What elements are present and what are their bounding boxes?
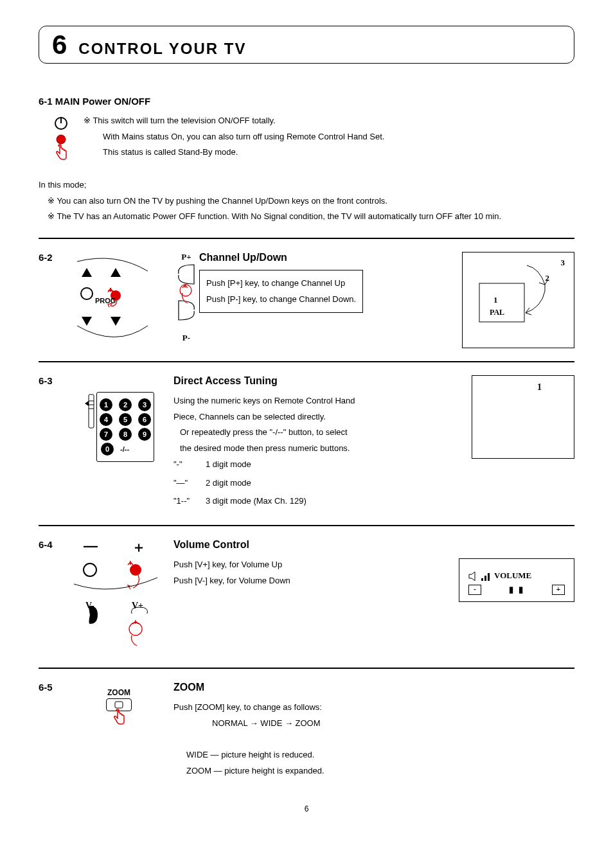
hand-pointer-icon — [53, 144, 69, 162]
svg-rect-8 — [89, 394, 94, 428]
divider — [39, 668, 574, 669]
body-line: ※ The TV has an Automatic Power OFF func… — [39, 209, 574, 225]
mode-desc: 1 digit mode — [206, 457, 251, 473]
svg-rect-22 — [115, 702, 123, 708]
section-number: 6-5 — [39, 682, 64, 693]
mode-key: "1--" — [173, 493, 206, 509]
keypad-key: 0 — [101, 443, 114, 456]
svg-point-3 — [81, 288, 93, 299]
remote-side-icon — [84, 392, 95, 430]
power-icon — [53, 116, 69, 131]
body-line: Piece, Channels can be selected directly… — [173, 409, 465, 425]
keypad-key: 3 — [138, 398, 151, 411]
keypad-key: 4 — [100, 413, 112, 426]
volume-minus-box: - — [468, 585, 481, 595]
svg-point-2 — [57, 135, 66, 144]
chapter-number: 6 — [52, 31, 67, 58]
mode-key: "-" — [173, 457, 206, 473]
mode-desc: 2 digit mode — [206, 475, 251, 492]
volume-bar: ▮ ▮ — [509, 585, 524, 595]
divider — [39, 525, 574, 526]
chapter-title: CONTROL YOUR TV — [78, 40, 246, 58]
svg-point-18 — [129, 623, 142, 635]
volume-panel-diagram: — ＋ V- V+ — [67, 539, 170, 655]
body-line: Push [P+] key, to change Channel Up — [206, 276, 356, 292]
section-number: 6-2 — [39, 252, 64, 263]
keypad-key: 9 — [138, 428, 151, 441]
direct-channel-osd-diagram: 1 — [472, 375, 574, 459]
keypad-key: 1 — [100, 398, 112, 411]
keypad-dash-label: -/-- — [120, 445, 129, 453]
body-line: Push [ZOOM] key, to change as follows: — [173, 700, 568, 716]
svg-point-14 — [84, 563, 96, 576]
body-line: This status is called Stand-By mode. — [84, 145, 574, 161]
osd-channel-number: 1 — [479, 382, 567, 393]
body-line: ※ You can also turn ON the TV by pushing… — [39, 193, 574, 209]
svg-rect-7 — [479, 283, 524, 322]
channel-osd-diagram: 3 2 1 PAL — [462, 252, 574, 348]
section-heading: MAIN Power ON/OFF — [55, 96, 150, 107]
svg-text:—: — — [84, 539, 98, 554]
body-line: ※ This switch will turn the television O… — [84, 113, 574, 129]
divider — [39, 361, 574, 362]
svg-text:PROG: PROG — [95, 297, 116, 305]
zoom-sequence: NORMAL → WIDE → ZOOM — [173, 716, 568, 732]
section-heading: Channel Up/Down — [199, 252, 456, 263]
keypad-key: 8 — [119, 428, 132, 441]
volume-osd-diagram: VOLUME - ▮ ▮ + — [459, 558, 574, 602]
body-line: With Mains status On, you can also turn … — [84, 129, 574, 145]
keypad-diagram: 1 2 3 4 5 6 7 8 9 0 -/-- — [96, 392, 154, 462]
section-number: 6-3 — [39, 375, 64, 386]
p-minus-label: P- — [182, 333, 190, 343]
body-line: Using the numeric keys on Remote Control… — [173, 393, 465, 409]
section-6-1: 6-1 MAIN Power ON/OFF ※ This switch will… — [39, 96, 574, 225]
remote-p-plus-icon — [175, 262, 198, 333]
chapter-header-box: 6 CONTROL YOUR TV — [39, 26, 574, 64]
body-line: WIDE — picture height is reduced. — [173, 747, 568, 763]
body-line: In this mode; — [39, 177, 574, 193]
section-number: 6-1 — [39, 96, 53, 107]
section-6-2: 6-2 PROG P+ — [39, 252, 574, 348]
body-line: Or repeatedly press the "-/--" button, t… — [173, 425, 465, 441]
hand-pointer-icon — [111, 709, 127, 727]
section-number: 6-4 — [39, 539, 64, 550]
speaker-icon — [468, 572, 480, 581]
body-line: Push [V-] key, for Volume Down — [173, 573, 452, 589]
body-line: the desired mode then press numeric butt… — [173, 441, 465, 457]
zoom-button-label: ZOOM — [107, 688, 130, 697]
svg-rect-20 — [484, 576, 486, 581]
p-plus-label: P+ — [181, 252, 191, 262]
body-line: ZOOM — picture height is expanded. — [173, 763, 568, 779]
svg-text:＋: ＋ — [132, 539, 146, 555]
body-line: Push [P-] key, to change Channel Down. — [206, 292, 356, 308]
section-6-4: 6-4 — ＋ V- V+ Volume Control Push [V+] — [39, 539, 574, 655]
keypad-key: 6 — [138, 413, 151, 426]
svg-point-15 — [130, 564, 141, 576]
section-heading: Volume Control — [173, 539, 452, 551]
mode-desc: 3 digit mode (Max Ch. 129) — [206, 493, 306, 509]
section-heading: Direct Access Tuning — [173, 375, 465, 387]
section-6-5: 6-5 ZOOM ZOOM Push [ZOOM] key, to change… — [39, 682, 574, 779]
section-6-3: 6-3 1 2 3 4 5 6 7 8 9 — [39, 375, 574, 512]
divider — [39, 238, 574, 239]
svg-rect-19 — [481, 578, 483, 581]
keypad-key: 7 — [100, 428, 112, 441]
keypad-key: 5 — [119, 413, 132, 426]
page-number: 6 — [39, 804, 574, 813]
section-heading: ZOOM — [173, 682, 568, 693]
volume-label: VOLUME — [494, 571, 531, 581]
keypad-key: 2 — [119, 398, 132, 411]
mode-key: "—" — [173, 475, 206, 492]
front-panel-channel-diagram: PROG — [71, 252, 167, 348]
svg-rect-21 — [488, 573, 490, 581]
body-line: Push [V+] key, for Volume Up — [173, 557, 452, 573]
svg-text:V+: V+ — [132, 601, 143, 610]
signal-bars-icon — [481, 572, 493, 581]
volume-plus-box: + — [552, 585, 565, 595]
